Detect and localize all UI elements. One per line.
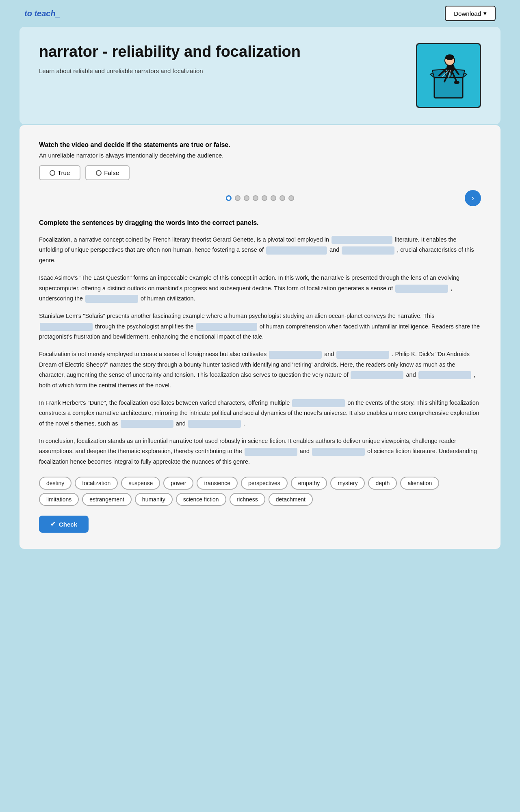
- check-icon: ✔: [50, 520, 56, 528]
- paragraph-3: Stanislaw Lem's "Solaris" presents anoth…: [39, 311, 481, 342]
- word-tag-14[interactable]: richness: [230, 493, 265, 506]
- blank-5-1[interactable]: [292, 399, 345, 407]
- blank-1-3[interactable]: [342, 246, 394, 255]
- dot-5[interactable]: [262, 195, 267, 201]
- check-label: Check: [59, 521, 77, 528]
- blank-6-1[interactable]: [245, 448, 297, 456]
- true-false-section: Watch the video and decide if the statem…: [39, 141, 481, 180]
- blank-3-2[interactable]: [196, 323, 257, 331]
- blank-5-3[interactable]: [188, 420, 241, 428]
- false-label: False: [104, 169, 119, 176]
- dot-8[interactable]: [288, 195, 294, 201]
- false-radio: [96, 170, 102, 176]
- paragraph-2: Isaac Asimov's "The Last Question" forms…: [39, 273, 481, 304]
- true-radio: [50, 170, 55, 176]
- dot-6[interactable]: [271, 195, 276, 201]
- tf-options: True False: [39, 165, 481, 180]
- word-tag-8[interactable]: depth: [368, 477, 397, 490]
- blank-4-3[interactable]: [351, 371, 403, 379]
- word-tag-13[interactable]: science fiction: [176, 493, 226, 506]
- check-button[interactable]: ✔ Check: [39, 516, 89, 533]
- illustration-svg: [422, 49, 475, 102]
- blank-5-2[interactable]: [121, 420, 173, 428]
- paragraph-6: In conclusion, focalization stands as an…: [39, 436, 481, 467]
- word-tag-11[interactable]: estrangement: [82, 493, 132, 506]
- word-tag-9[interactable]: alienation: [400, 477, 439, 490]
- hero-card: narrator - reliability and focalization …: [20, 27, 500, 124]
- blank-6-2[interactable]: [312, 448, 365, 456]
- drag-heading: Complete the sentences by dragging the w…: [39, 219, 481, 227]
- word-tag-3[interactable]: power: [163, 477, 193, 490]
- svg-rect-0: [434, 78, 463, 98]
- download-label: Download: [454, 10, 481, 17]
- blank-4-1[interactable]: [269, 351, 322, 359]
- blank-3-1[interactable]: [40, 323, 93, 331]
- dot-7[interactable]: [280, 195, 285, 201]
- hero-text: narrator - reliability and focalization …: [39, 43, 301, 74]
- navbar: to teach_ Download ▾: [0, 0, 520, 27]
- word-tag-15[interactable]: detachment: [269, 493, 313, 506]
- dot-4[interactable]: [253, 195, 258, 201]
- dot-3[interactable]: [244, 195, 249, 201]
- word-tag-6[interactable]: empathy: [291, 477, 327, 490]
- word-bank: destinyfocalizationsuspensepowertransien…: [39, 477, 481, 506]
- blank-2-1[interactable]: [395, 285, 448, 293]
- svg-point-13: [454, 81, 459, 84]
- word-tag-2[interactable]: suspense: [121, 477, 160, 490]
- pagination-dots: [186, 195, 334, 201]
- word-tag-4[interactable]: transience: [197, 477, 238, 490]
- tf-statement: An unreliable narrator is always intenti…: [39, 152, 481, 159]
- paragraph-5: In Frank Herbert's "Dune", the focalizat…: [39, 398, 481, 429]
- blank-4-4[interactable]: [418, 371, 471, 379]
- word-tag-12[interactable]: humanity: [135, 493, 173, 506]
- hero-subtitle: Learn about reliable and unreliable narr…: [39, 67, 301, 74]
- hero-title: narrator - reliability and focalization: [39, 43, 301, 61]
- word-tag-1[interactable]: focalization: [75, 477, 118, 490]
- dot-1[interactable]: [226, 195, 232, 201]
- chevron-down-icon: ▾: [483, 10, 487, 17]
- blank-1-2[interactable]: [266, 246, 327, 255]
- blank-2-2[interactable]: [85, 295, 138, 303]
- blank-4-2[interactable]: [336, 351, 389, 359]
- word-tag-10[interactable]: limitations: [39, 493, 79, 506]
- paragraph-1: Focalization, a narrative concept coined…: [39, 235, 481, 266]
- true-button[interactable]: True: [39, 165, 80, 180]
- paragraph-4: Focalization is not merely employed to c…: [39, 349, 481, 391]
- hero-illustration: [416, 43, 481, 108]
- false-button[interactable]: False: [85, 165, 130, 180]
- logo: to teach_: [24, 9, 60, 18]
- tf-instruction: Watch the video and decide if the statem…: [39, 141, 481, 149]
- word-tag-7[interactable]: mystery: [330, 477, 365, 490]
- svg-point-8: [445, 54, 454, 60]
- blank-1-1[interactable]: [332, 236, 392, 244]
- next-button[interactable]: ›: [465, 190, 481, 206]
- word-tag-5[interactable]: perspectives: [241, 477, 288, 490]
- word-tag-0[interactable]: destiny: [39, 477, 72, 490]
- download-button[interactable]: Download ▾: [445, 6, 496, 21]
- activity-section: Watch the video and decide if the statem…: [20, 125, 500, 549]
- dot-2[interactable]: [235, 195, 240, 201]
- true-label: True: [58, 169, 70, 176]
